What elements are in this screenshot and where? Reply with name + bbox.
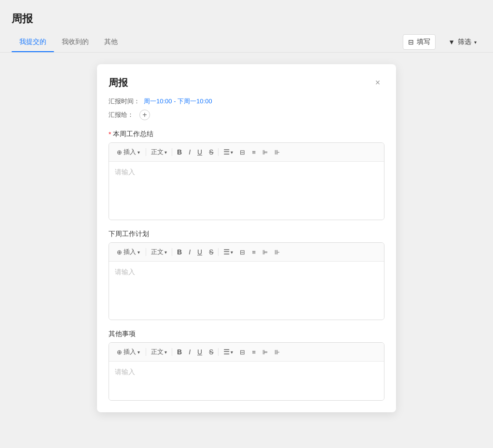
insert-button-1[interactable]: ⊕ 插入 ▾	[113, 146, 144, 158]
meta-time-row: 汇报时间： 周一10:00 - 下周一10:00	[109, 97, 384, 106]
style-dropdown-3[interactable]: 正文 ▾	[148, 346, 170, 358]
indent-button-3[interactable]: ⊟	[237, 347, 248, 358]
modal-header: 周报 ×	[109, 76, 384, 89]
strikethrough-button-3[interactable]: S	[206, 346, 216, 358]
align-left-icon-2: ⊫	[262, 249, 268, 256]
modal-dialog: 周报 × 汇报时间： 周一10:00 - 下周一10:00 汇报给： + * 本…	[97, 64, 396, 412]
section-next-week-label: 下周工作计划	[109, 230, 384, 238]
align-right-icon-3: ⊪	[274, 349, 280, 356]
plus-circle-icon-2: ⊕	[117, 249, 122, 256]
align-right-button-2[interactable]: ⊪	[272, 247, 283, 258]
editor-next-week: ⊕ 插入 ▾ 正文 ▾ B I U S ☰	[109, 242, 384, 320]
style-chevron-3: ▾	[164, 350, 167, 355]
bold-button-3[interactable]: B	[174, 346, 185, 358]
filter-chevron-icon: ▾	[474, 40, 477, 45]
style-chevron-1: ▾	[164, 150, 167, 155]
tabs-left: 我提交的 我收到的 其他	[12, 32, 125, 52]
list-button-2[interactable]: ≡	[249, 247, 259, 258]
list-button-1[interactable]: ≡	[249, 147, 259, 158]
indent-button-1[interactable]: ⊟	[237, 147, 248, 158]
align-right-button-3[interactable]: ⊪	[272, 347, 283, 358]
align-left-icon-3: ⊫	[262, 349, 268, 356]
placeholder-2: 请输入	[115, 268, 135, 276]
indent-icon-2: ⊟	[240, 249, 245, 256]
style-chevron-2: ▾	[164, 250, 167, 255]
sep-7	[146, 348, 146, 356]
align-icon-1: ☰	[223, 148, 230, 156]
align-left-button-1[interactable]: ⊫	[260, 147, 271, 158]
align-left-button-3[interactable]: ⊫	[260, 347, 271, 358]
main-content: 周报 × 汇报时间： 周一10:00 - 下周一10:00 汇报给： + * 本…	[0, 53, 493, 448]
align-icon-3: ☰	[223, 348, 230, 356]
italic-button-2[interactable]: I	[186, 246, 193, 258]
italic-button-3[interactable]: I	[186, 346, 193, 358]
fill-icon: ⊟	[408, 38, 414, 46]
sep-9	[218, 348, 219, 356]
align-right-icon-1: ⊪	[274, 149, 280, 156]
plus-circle-icon-3: ⊕	[117, 349, 122, 356]
align-dropdown-1[interactable]: ☰ ▾	[220, 146, 236, 158]
underline-button-1[interactable]: U	[194, 146, 205, 158]
section-current-week-label: * 本周工作总结	[109, 130, 384, 139]
list-icon-2: ≡	[252, 249, 256, 256]
section-current-week: * 本周工作总结 ⊕ 插入 ▾ 正文 ▾ B	[109, 130, 384, 220]
align-right-button-1[interactable]: ⊪	[272, 147, 283, 158]
page-title: 周报	[12, 8, 481, 32]
sep-6	[218, 248, 219, 256]
section-other-items-label: 其他事项	[109, 330, 384, 338]
editor-body-3[interactable]: 请输入	[109, 362, 384, 400]
insert-chevron-1: ▾	[137, 150, 140, 155]
required-mark-1: *	[109, 130, 111, 138]
indent-button-2[interactable]: ⊟	[237, 247, 248, 258]
list-button-3[interactable]: ≡	[249, 347, 259, 358]
editor-toolbar-1: ⊕ 插入 ▾ 正文 ▾ B I U S ☰	[109, 143, 384, 162]
page-header: 周报	[0, 0, 493, 32]
modal-close-button[interactable]: ×	[371, 76, 384, 89]
meta-report-row: 汇报给： +	[109, 110, 384, 120]
align-dropdown-3[interactable]: ☰ ▾	[220, 346, 236, 358]
insert-chevron-2: ▾	[137, 250, 140, 255]
sep-5	[172, 248, 172, 256]
fill-label: 填写	[417, 38, 430, 46]
style-dropdown-2[interactable]: 正文 ▾	[148, 246, 170, 258]
tab-submitted[interactable]: 我提交的	[12, 32, 54, 52]
editor-other-items: ⊕ 插入 ▾ 正文 ▾ B I U S ☰	[109, 342, 384, 401]
filter-button[interactable]: ▼ 筛选 ▾	[443, 35, 481, 49]
sep-1	[146, 148, 146, 156]
editor-toolbar-2: ⊕ 插入 ▾ 正文 ▾ B I U S ☰	[109, 243, 384, 262]
sep-2	[172, 148, 172, 156]
insert-button-3[interactable]: ⊕ 插入 ▾	[113, 346, 144, 358]
tab-received[interactable]: 我收到的	[54, 32, 96, 52]
sep-8	[172, 348, 172, 356]
italic-button-1[interactable]: I	[186, 146, 193, 158]
modal-title: 周报	[109, 76, 128, 89]
strikethrough-button-1[interactable]: S	[206, 146, 216, 158]
underline-button-2[interactable]: U	[194, 246, 205, 258]
editor-body-2[interactable]: 请输入	[109, 262, 384, 320]
align-dropdown-2[interactable]: ☰ ▾	[220, 246, 236, 258]
bold-button-2[interactable]: B	[174, 246, 185, 258]
align-right-icon-2: ⊪	[274, 249, 280, 256]
list-icon-3: ≡	[252, 349, 256, 356]
align-left-icon-1: ⊫	[262, 149, 268, 156]
indent-icon-3: ⊟	[240, 349, 245, 356]
strikethrough-button-2[interactable]: S	[206, 246, 216, 258]
fill-button[interactable]: ⊟ 填写	[403, 34, 436, 50]
align-left-button-2[interactable]: ⊫	[260, 247, 271, 258]
style-dropdown-1[interactable]: 正文 ▾	[148, 146, 170, 158]
sep-3	[218, 148, 219, 156]
underline-button-3[interactable]: U	[194, 346, 205, 358]
editor-body-1[interactable]: 请输入	[109, 162, 384, 220]
insert-chevron-3: ▾	[137, 350, 140, 355]
insert-button-2[interactable]: ⊕ 插入 ▾	[113, 246, 144, 258]
section-other-items: 其他事项 ⊕ 插入 ▾ 正文 ▾ B I	[109, 330, 384, 401]
time-value: 周一10:00 - 下周一10:00	[144, 97, 212, 106]
bold-button-1[interactable]: B	[174, 146, 185, 158]
tabs-right: ⊟ 填写 ▼ 筛选 ▾	[403, 34, 481, 50]
time-label: 汇报时间：	[109, 97, 140, 106]
placeholder-1: 请输入	[115, 168, 135, 176]
add-recipient-button[interactable]: +	[139, 110, 150, 120]
tab-other[interactable]: 其他	[96, 32, 125, 52]
section-next-week: 下周工作计划 ⊕ 插入 ▾ 正文 ▾ B I	[109, 230, 384, 320]
list-icon-1: ≡	[252, 149, 256, 156]
